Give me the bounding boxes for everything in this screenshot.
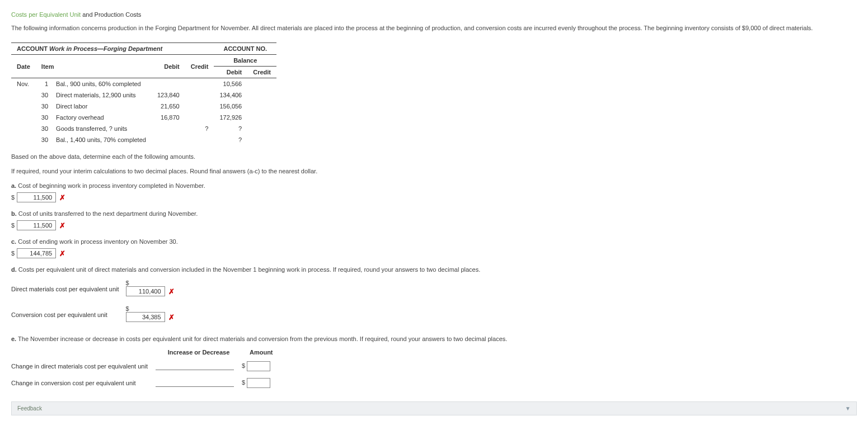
qe-col1: Increase or Decrease [156,347,242,358]
qc-input[interactable]: 144,785 [17,248,56,258]
question-c: c. Cost of ending work in process invent… [11,238,857,245]
intro-text: The following information concerns produ… [11,25,857,31]
question-e: e. The November increase or decrease in … [11,335,857,342]
question-b: b. Cost of units transferred to the next… [11,210,857,217]
col-balance: Balance [214,55,276,67]
question-d: d. Costs per equivalent unit of direct m… [11,266,857,273]
col-date: Date [11,55,36,78]
dollar-sign: $ [11,222,15,229]
table-row: 30Direct labor21,650156,056 [11,101,276,112]
qc-text: Cost of ending work in process inventory… [18,238,178,245]
question-a: a. Cost of beginning work in process inv… [11,182,857,189]
table-row: 30Goods transferred, ? units?? [11,123,276,134]
qa-text: Cost of beginning work in process invent… [18,182,205,189]
col-item: Item [36,55,152,78]
table-row: 30Bal., 1,400 units, 70% completed? [11,134,276,145]
qe-label: e. [11,335,16,342]
qd-text: Costs per equivalent unit of direct mate… [18,266,480,273]
qe-row1-input[interactable] [247,361,270,371]
table-row: 30Factory overhead16,870172,926 [11,112,276,123]
page-title-green: Costs per Equivalent Unit [11,11,81,18]
qc-label: c. [11,238,16,245]
qe-text: The November increase or decrease in cos… [18,335,507,342]
incorrect-icon: ✗ [59,221,65,230]
col-debit: Debit [152,55,185,78]
qd-row1-input[interactable]: 110,400 [126,286,165,296]
col-bal-credit: Credit [247,67,276,78]
page-title-rest: and Production Costs [81,11,141,18]
incorrect-icon: ✗ [168,313,175,321]
instruction-1: Based on the above data, determine each … [11,153,857,160]
qa-input[interactable]: 11,500 [17,192,56,202]
dollar-sign: $ [242,379,245,386]
dollar-sign: $ [126,305,129,312]
incorrect-icon: ✗ [59,193,65,202]
ledger-table: ACCOUNT Work in Process—Forging Departme… [11,42,276,145]
qe-col2: Amount [242,347,281,358]
col-bal-debit: Debit [214,67,247,78]
incorrect-icon: ✗ [59,249,65,258]
chevron-down-icon: ▼ [845,405,851,412]
qb-text: Cost of units transferred to the next de… [18,210,198,217]
dollar-sign: $ [11,250,15,257]
qd-label: d. [11,266,17,273]
qe-row1-select[interactable] [156,362,234,370]
feedback-label: Feedback [17,405,42,412]
qd-row2-input[interactable]: 34,385 [126,312,165,322]
instruction-2: If required, round your interim calculat… [11,168,857,174]
account-name: Work in Process—Forging Department [49,45,162,52]
table-row: Nov.1Bal., 900 units, 60% completed10,56… [11,78,276,90]
col-credit: Credit [185,55,214,78]
feedback-bar[interactable]: Feedback ▼ [11,401,857,415]
qe-row2-select[interactable] [156,379,234,387]
dollar-sign: $ [11,194,15,201]
qe-row1-label: Change in direct materials cost per equi… [11,358,156,375]
qe-row2-input[interactable] [247,378,270,388]
qd-table: Direct materials cost per equivalent uni… [11,276,181,328]
qd-row2-label: Conversion cost per equivalent unit [11,302,126,328]
qb-label: b. [11,210,17,217]
incorrect-icon: ✗ [168,287,175,296]
qd-row1-label: Direct materials cost per equivalent uni… [11,276,126,302]
account-no-label: ACCOUNT NO. [214,43,276,55]
qa-label: a. [11,182,16,189]
account-label: ACCOUNT [17,45,48,52]
dollar-sign: $ [242,362,245,369]
table-row: 30Direct materials, 12,900 units123,8401… [11,89,276,101]
dollar-sign: $ [126,280,129,286]
qe-row2-label: Change in conversion cost per equivalent… [11,375,156,391]
qe-table: Increase or Decrease Amount Change in di… [11,347,281,391]
qb-input[interactable]: 11,500 [17,220,56,230]
